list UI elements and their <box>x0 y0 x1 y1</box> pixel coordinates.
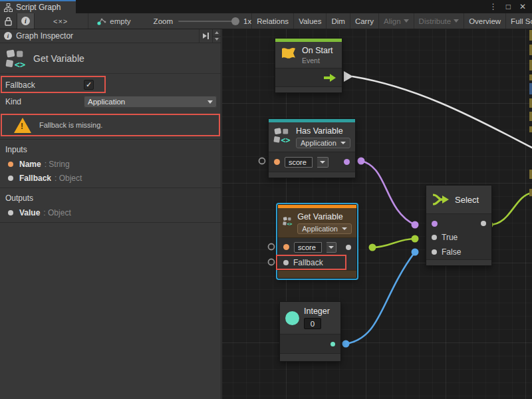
integer-output-port[interactable] <box>331 342 335 346</box>
warning-icon: ! <box>14 118 31 133</box>
code-icon: <×> <box>53 17 68 25</box>
input-port-row: Fallback : Object <box>0 171 221 185</box>
wire-endpoint[interactable] <box>369 244 376 251</box>
caret-down-icon <box>454 19 459 23</box>
unit-title: Get Variable <box>33 53 84 64</box>
inspector-title: Graph Inspector <box>16 31 73 41</box>
node-footer <box>275 86 342 92</box>
node-subtitle: Event <box>302 57 333 65</box>
kind-dropdown[interactable]: Application <box>84 96 217 108</box>
kind-field-label: Kind <box>5 97 84 106</box>
condition-input-port[interactable] <box>432 221 438 227</box>
bool-output-port[interactable] <box>344 159 350 165</box>
node-header: <> Get Variable Application <box>278 208 356 238</box>
wire-value-true <box>372 239 415 247</box>
port-dot <box>8 162 13 167</box>
caret-down-icon <box>342 227 347 230</box>
caret-down-icon <box>329 246 334 249</box>
inspector-toggle-button[interactable]: i <box>17 13 35 29</box>
toolbar-left-group: i <×> empty Zoom 1x <box>0 13 251 29</box>
code-view-button[interactable]: <×> <box>35 13 72 29</box>
output-port-row: Value : Object <box>0 205 221 219</box>
toolbar-right-group: Relations Values Dim Carry Align Distrib… <box>251 13 532 29</box>
fallback-input-port[interactable] <box>283 260 289 265</box>
node-get-variable[interactable]: <> Get Variable Application score <box>277 204 357 279</box>
scroll-up-button[interactable] <box>213 29 221 36</box>
full-screen-button[interactable]: Full Screen <box>505 13 532 29</box>
node-select[interactable]: Select True False <box>426 185 492 266</box>
variable-name-field[interactable]: score <box>294 242 322 253</box>
wire-endpoint[interactable] <box>342 340 350 348</box>
fallback-checkbox[interactable]: ✓ <box>84 80 94 90</box>
variables-icon: <> <box>5 48 27 69</box>
value-output-port[interactable] <box>346 245 351 250</box>
wire-select-output <box>489 193 532 225</box>
integer-value-field[interactable]: 0 <box>304 318 321 329</box>
tab-label: Script Graph <box>16 3 61 12</box>
false-input-port[interactable] <box>432 249 437 255</box>
variable-picker-button[interactable] <box>317 157 329 168</box>
overview-button[interactable]: Overview <box>464 13 505 29</box>
node-integer[interactable]: Integer 0 <box>279 301 341 362</box>
wire-endpoint[interactable] <box>358 158 365 165</box>
inspected-unit-header: <> Get Variable <box>0 43 221 74</box>
wire-endpoint[interactable] <box>412 235 419 243</box>
fallback-field-label: Fallback <box>5 80 84 90</box>
node-footer <box>426 259 491 265</box>
relations-button[interactable]: Relations <box>251 13 293 29</box>
variable-name-field[interactable]: score <box>285 157 313 168</box>
check-icon: ✓ <box>86 81 92 88</box>
wire-bool <box>361 161 415 225</box>
svg-text:<>: <> <box>287 221 293 227</box>
unconnected-port-ring[interactable] <box>269 259 275 265</box>
variable-picker-button[interactable] <box>327 242 336 253</box>
flow-arrow-icon[interactable] <box>323 73 336 82</box>
tab-script-graph[interactable]: Script Graph <box>0 0 76 13</box>
zoom-label: Zoom <box>154 17 173 25</box>
zoom-slider[interactable] <box>178 21 238 22</box>
graph-reference[interactable]: empty <box>96 17 130 26</box>
variable-scope-dropdown[interactable]: Application <box>296 138 350 148</box>
node-title: On Start <box>302 46 333 55</box>
unconnected-port-ring[interactable] <box>259 158 265 164</box>
dim-button[interactable]: Dim <box>326 13 349 29</box>
kind-dropdown-value: Application <box>88 98 125 106</box>
true-port-label: True <box>442 233 458 242</box>
graph-toolbar: i <×> empty Zoom 1x <box>0 13 532 29</box>
carry-button[interactable]: Carry <box>350 13 378 29</box>
node-title: Select <box>455 195 479 205</box>
wire-endpoint[interactable] <box>412 221 419 229</box>
info-icon: i <box>4 32 12 40</box>
inspector-header-controls <box>199 29 221 43</box>
node-header: <> Has Variable Application <box>269 122 355 152</box>
graph-canvas[interactable]: On Start Event <> <box>222 29 532 399</box>
divider <box>0 222 221 223</box>
svg-text:<>: <> <box>15 59 26 68</box>
control-output-port[interactable] <box>344 71 353 82</box>
dock-panel-button[interactable] <box>199 29 212 43</box>
panel-scroll-arrows <box>212 29 221 43</box>
wire-endpoint[interactable] <box>412 249 419 256</box>
flag-icon <box>280 46 297 63</box>
name-input-port[interactable] <box>283 244 289 250</box>
unconnected-port-ring[interactable] <box>269 244 275 250</box>
warning-box: ! Fallback is missing. <box>1 114 220 136</box>
name-input-port[interactable] <box>274 159 280 165</box>
lock-button[interactable] <box>0 13 17 29</box>
node-has-variable[interactable]: <> Has Variable Application score <box>268 118 356 178</box>
node-port-row <box>280 334 340 353</box>
node-on-start[interactable]: On Start Event <box>275 38 342 93</box>
variable-scope-dropdown[interactable]: Application <box>297 223 352 234</box>
zoom-slider-handle[interactable] <box>231 17 239 25</box>
true-input-port[interactable] <box>432 235 437 240</box>
node-title: Has Variable <box>296 126 350 136</box>
menu-kebab-icon[interactable]: ⋮ <box>489 3 497 11</box>
values-button[interactable]: Values <box>293 13 326 29</box>
graph-hierarchy-icon <box>4 3 13 12</box>
maximize-icon[interactable]: □ <box>506 3 511 11</box>
warning-text: Fallback is missing. <box>39 121 102 129</box>
close-icon[interactable]: ✕ <box>519 3 526 11</box>
selection-output-port[interactable] <box>481 221 486 226</box>
scroll-down-button[interactable] <box>213 36 221 43</box>
inputs-section-header: Inputs <box>0 140 221 157</box>
